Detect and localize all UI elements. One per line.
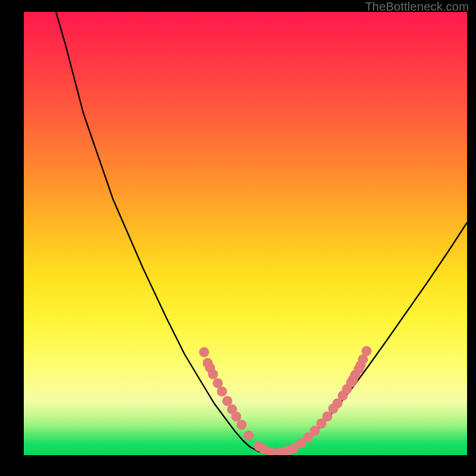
watermark-text: TheBottleneck.com	[365, 0, 469, 14]
data-marker	[208, 369, 218, 380]
data-marker	[199, 347, 209, 358]
data-marker	[237, 420, 247, 430]
chart-frame: TheBottleneck.com	[0, 0, 476, 476]
data-marker	[244, 431, 254, 441]
data-marker	[217, 387, 227, 397]
bottleneck-curve	[24, 12, 467, 455]
data-marker	[231, 412, 242, 422]
plot-area	[24, 12, 467, 455]
data-marker	[362, 346, 372, 356]
